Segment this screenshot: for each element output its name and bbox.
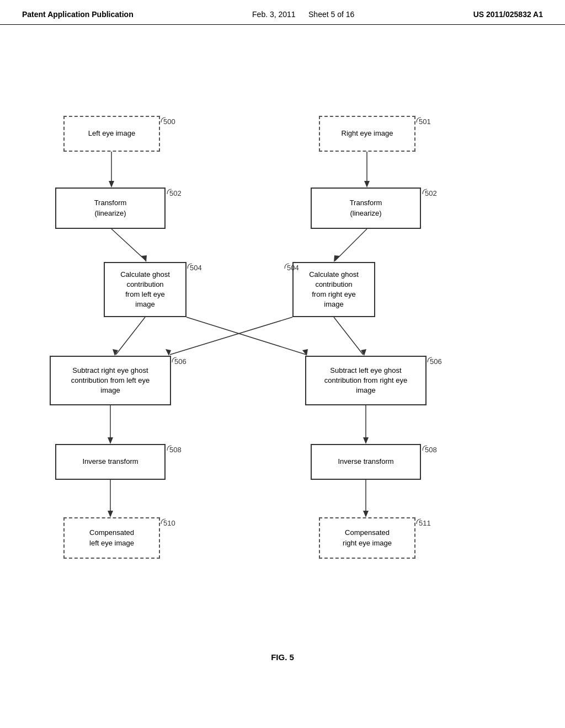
left-ghost-calc-box: Calculate ghostcontributionfrom left eye… bbox=[104, 262, 186, 317]
svg-line-4 bbox=[111, 229, 146, 261]
left-inverse-box: Inverse transform bbox=[55, 444, 166, 480]
ref-508-right-curve bbox=[420, 444, 429, 455]
svg-line-10 bbox=[334, 317, 363, 355]
right-ghost-calc-box: Calculate ghostcontributionfrom right ey… bbox=[292, 262, 375, 317]
svg-line-8 bbox=[116, 317, 145, 355]
left-output-label: Compensatedleft eye image bbox=[89, 528, 134, 548]
right-output-label: Compensatedright eye image bbox=[343, 528, 392, 548]
left-transform-box: Transform(linearize) bbox=[55, 188, 166, 229]
svg-marker-19 bbox=[363, 437, 369, 444]
svg-marker-9 bbox=[113, 349, 118, 356]
right-eye-input-box: Right eye image bbox=[319, 116, 415, 152]
sheet-label: Sheet 5 of 16 bbox=[308, 10, 354, 19]
svg-marker-13 bbox=[302, 349, 308, 356]
date-sheet-label: Feb. 3, 2011 Sheet 5 of 16 bbox=[252, 10, 354, 19]
svg-marker-15 bbox=[166, 349, 171, 356]
ref-502-right-curve bbox=[420, 188, 429, 199]
ref-506-right-curve bbox=[425, 356, 434, 367]
left-subtract-label: Subtract right eye ghostcontribution fro… bbox=[71, 366, 150, 396]
page-header: Patent Application Publication Feb. 3, 2… bbox=[0, 0, 565, 25]
left-eye-input-label: Left eye image bbox=[88, 129, 135, 138]
right-output-box: Compensatedright eye image bbox=[319, 517, 415, 559]
svg-marker-5 bbox=[141, 255, 147, 262]
ref-511-curve bbox=[414, 517, 423, 528]
right-inverse-label: Inverse transform bbox=[338, 457, 393, 467]
ref-504-right-curve bbox=[282, 262, 291, 273]
ref-508-left-curve bbox=[165, 444, 174, 455]
svg-marker-7 bbox=[334, 255, 340, 262]
date-label: Feb. 3, 2011 bbox=[252, 10, 296, 19]
left-eye-input-box: Left eye image bbox=[63, 116, 160, 152]
right-subtract-label: Subtract left eye ghostcontribution from… bbox=[324, 366, 407, 396]
ref-501-curve bbox=[414, 116, 423, 127]
ref-500-curve bbox=[159, 116, 168, 127]
right-transform-label: Transform(linearize) bbox=[350, 198, 382, 218]
right-ghost-calc-label: Calculate ghostcontributionfrom right ey… bbox=[309, 270, 359, 310]
right-inverse-box: Inverse transform bbox=[311, 444, 421, 480]
ref-510-curve bbox=[159, 517, 168, 528]
diagram-area: Left eye image 500 Right eye image 501 T… bbox=[0, 25, 565, 676]
right-transform-box: Transform(linearize) bbox=[311, 188, 421, 229]
left-inverse-label: Inverse transform bbox=[82, 457, 138, 467]
left-transform-label: Transform(linearize) bbox=[94, 198, 127, 218]
svg-marker-21 bbox=[108, 511, 113, 517]
svg-marker-23 bbox=[363, 511, 369, 517]
left-subtract-box: Subtract right eye ghostcontribution fro… bbox=[50, 356, 171, 405]
right-eye-input-label: Right eye image bbox=[342, 129, 393, 138]
right-subtract-box: Subtract left eye ghostcontribution from… bbox=[305, 356, 427, 405]
svg-line-12 bbox=[186, 317, 306, 355]
left-output-box: Compensatedleft eye image bbox=[63, 517, 160, 559]
svg-marker-1 bbox=[109, 181, 114, 188]
svg-marker-11 bbox=[361, 349, 366, 356]
ref-504-left-curve bbox=[185, 262, 194, 273]
figure-label: FIG. 5 bbox=[0, 652, 565, 662]
svg-marker-17 bbox=[108, 437, 113, 444]
publication-label: Patent Application Publication bbox=[22, 10, 134, 19]
ref-502-left-curve bbox=[165, 188, 174, 199]
ref-506-left-curve bbox=[170, 356, 179, 367]
patent-number-label: US 2011/025832 A1 bbox=[473, 10, 543, 19]
left-ghost-calc-label: Calculate ghostcontributionfrom left eye… bbox=[120, 270, 170, 310]
svg-line-6 bbox=[335, 229, 367, 261]
svg-line-14 bbox=[170, 317, 292, 355]
svg-marker-3 bbox=[364, 181, 370, 188]
